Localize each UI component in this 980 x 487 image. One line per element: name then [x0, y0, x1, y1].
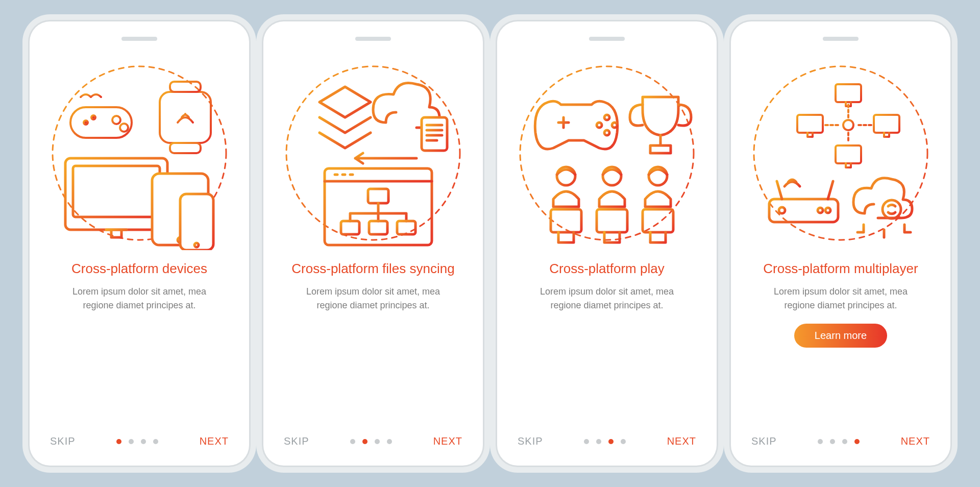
svg-point-26 — [604, 130, 609, 135]
svg-point-4 — [112, 116, 120, 124]
skip-button[interactable]: SKIP — [751, 435, 777, 447]
next-button[interactable]: NEXT — [200, 435, 229, 447]
skip-button[interactable]: SKIP — [284, 435, 309, 447]
page-indicator — [350, 439, 392, 444]
dot-2[interactable] — [596, 439, 601, 444]
onboarding-screen-3: Cross-platform play Lorem ipsum dolor si… — [497, 21, 717, 466]
page-indicator — [818, 439, 860, 444]
sync-illustration — [279, 56, 468, 250]
svg-rect-19 — [341, 221, 359, 234]
svg-point-2 — [84, 120, 88, 125]
screen-title: Cross-platform devices — [61, 260, 217, 278]
svg-rect-37 — [836, 145, 861, 163]
dot-1[interactable] — [116, 439, 121, 444]
svg-point-5 — [120, 124, 128, 132]
multiplayer-illustration — [746, 56, 935, 250]
onboarding-footer: SKIP NEXT — [30, 435, 249, 447]
svg-point-3 — [91, 115, 95, 119]
dot-1[interactable] — [584, 439, 589, 444]
screen-description: Lorem ipsum dolor sit amet, mea regione … — [278, 285, 469, 312]
screen-title: Cross-platform files syncing — [281, 260, 464, 278]
dot-2[interactable] — [129, 439, 134, 444]
phone-speaker — [121, 37, 157, 41]
svg-rect-20 — [369, 221, 387, 234]
onboarding-screen-4: Cross-platform multiplayer Lorem ipsum d… — [731, 21, 950, 466]
next-button[interactable]: NEXT — [433, 435, 462, 447]
dot-3[interactable] — [842, 439, 847, 444]
phone-speaker — [823, 37, 859, 41]
svg-rect-34 — [836, 84, 861, 102]
svg-point-25 — [597, 123, 602, 128]
dot-4[interactable] — [387, 439, 392, 444]
screen-description: Lorem ipsum dolor sit amet, mea regione … — [511, 285, 702, 312]
skip-button[interactable]: SKIP — [50, 435, 76, 447]
svg-rect-36 — [874, 115, 899, 133]
screen-title: Cross-platform multiplayer — [753, 260, 928, 278]
dot-3[interactable] — [141, 439, 146, 444]
svg-point-40 — [779, 207, 785, 213]
dot-2[interactable] — [362, 439, 368, 444]
onboarding-footer: SKIP NEXT — [497, 435, 717, 447]
play-illustration — [512, 56, 701, 250]
svg-point-38 — [843, 120, 853, 130]
svg-rect-28 — [551, 209, 581, 232]
onboarding-screen-2: Cross-platform files syncing Lorem ipsum… — [263, 21, 483, 466]
svg-point-43 — [883, 200, 901, 218]
screen-description: Lorem ipsum dolor sit amet, mea regione … — [44, 285, 235, 312]
onboarding-footer: SKIP NEXT — [263, 435, 483, 447]
next-button[interactable]: NEXT — [667, 435, 696, 447]
svg-point-41 — [825, 208, 830, 213]
dot-3[interactable] — [608, 439, 614, 444]
svg-rect-1 — [70, 107, 132, 138]
page-indicator — [584, 439, 626, 444]
next-button[interactable]: NEXT — [901, 435, 930, 447]
svg-rect-35 — [797, 115, 823, 133]
dot-4[interactable] — [153, 439, 158, 444]
onboarding-screen-1: Cross-platform devices Lorem ipsum dolor… — [30, 21, 249, 466]
phone-speaker — [355, 37, 391, 41]
dot-4[interactable] — [621, 439, 626, 444]
page-indicator — [116, 439, 158, 444]
devices-illustration — [45, 56, 234, 250]
svg-point-24 — [612, 123, 617, 128]
svg-rect-10 — [73, 166, 160, 217]
dot-1[interactable] — [350, 439, 355, 444]
svg-rect-18 — [368, 189, 388, 203]
svg-rect-30 — [597, 209, 627, 232]
svg-rect-13 — [180, 194, 213, 250]
svg-point-42 — [818, 208, 823, 213]
dot-3[interactable] — [375, 439, 380, 444]
dot-4[interactable] — [854, 439, 860, 444]
dot-1[interactable] — [818, 439, 823, 444]
screen-title: Cross-platform play — [539, 260, 674, 278]
screen-description: Lorem ipsum dolor sit amet, mea regione … — [745, 285, 936, 312]
svg-rect-21 — [397, 221, 415, 234]
svg-rect-32 — [643, 209, 673, 232]
svg-point-23 — [604, 115, 609, 120]
dot-2[interactable] — [830, 439, 835, 444]
skip-button[interactable]: SKIP — [518, 435, 543, 447]
onboarding-footer: SKIP NEXT — [731, 435, 950, 447]
phone-speaker — [589, 37, 625, 41]
svg-rect-8 — [170, 143, 201, 153]
learn-more-button[interactable]: Learn more — [794, 324, 887, 348]
